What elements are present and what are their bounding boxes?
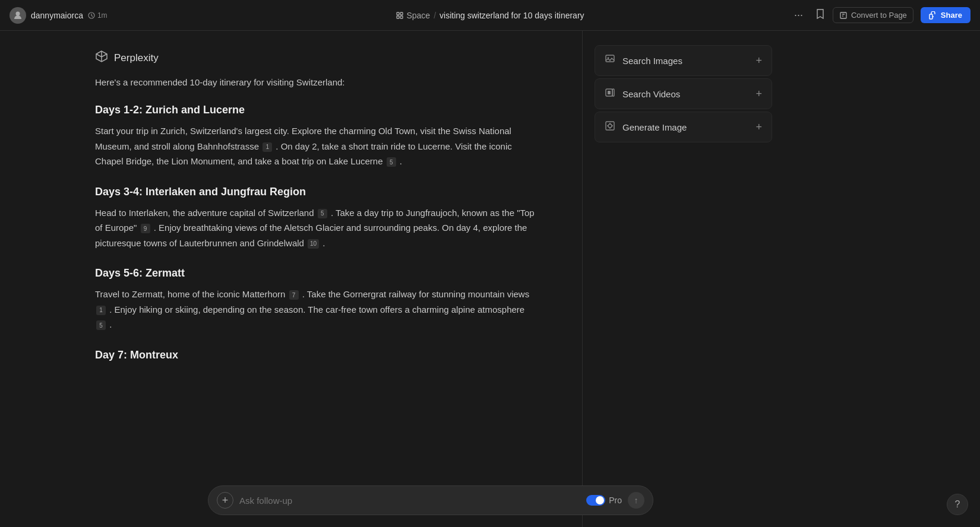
help-button[interactable]: ?: [947, 494, 968, 515]
perplexity-header: Perplexity: [95, 50, 535, 66]
svg-rect-11: [612, 89, 614, 96]
search-videos-icon: [605, 87, 615, 100]
svg-rect-12: [608, 91, 611, 94]
section-body-3: Travel to Zermatt, home of the iconic Ma…: [95, 287, 535, 332]
citation-5c[interactable]: 5: [96, 320, 106, 330]
svg-rect-7: [930, 14, 932, 19]
section-heading-1: Days 1-2: Zurich and Lucerne: [95, 104, 535, 116]
generate-image-button[interactable]: Generate Image +: [595, 112, 772, 142]
input-container: + Pro ↑: [208, 485, 653, 515]
intro-text: Here's a recommended 10-day itinerary fo…: [95, 75, 535, 90]
perplexity-label: Perplexity: [114, 52, 159, 64]
pro-label: Pro: [609, 496, 622, 505]
svg-rect-6: [840, 12, 846, 18]
bottom-bar: + Pro ↑: [95, 485, 766, 515]
svg-rect-4: [397, 16, 399, 18]
search-videos-button[interactable]: Search Videos +: [595, 78, 772, 109]
sidebar: Search Images + Search Videos +: [582, 31, 784, 527]
topbar: dannymaiorca 1m Space / visiting switzer…: [0, 0, 980, 31]
avatar: [10, 7, 26, 24]
svg-rect-3: [400, 12, 403, 15]
citation-9[interactable]: 9: [141, 224, 150, 233]
content-area: Perplexity Here's a recommended 10-day i…: [0, 31, 582, 527]
main-layout: Perplexity Here's a recommended 10-day i…: [0, 31, 980, 527]
username: dannymaiorca: [31, 11, 83, 20]
section-body-1: Start your trip in Zurich, Switzerland's…: [95, 123, 535, 169]
citation-5a[interactable]: 5: [387, 157, 396, 167]
space-link[interactable]: Space: [396, 11, 430, 20]
citation-5b[interactable]: 5: [318, 209, 327, 218]
search-images-icon: [605, 54, 615, 67]
svg-point-9: [608, 57, 609, 58]
doc-title: visiting switzerland for 10 days itinera…: [440, 11, 584, 20]
follow-up-input[interactable]: [239, 496, 580, 506]
topbar-left: dannymaiorca 1m: [10, 7, 330, 24]
section-body-2: Head to Interlaken, the adventure capita…: [95, 205, 535, 251]
timestamp: 1m: [88, 11, 108, 20]
generate-image-add-icon: +: [755, 121, 762, 134]
section-heading-3: Days 5-6: Zermatt: [95, 267, 535, 280]
svg-point-0: [16, 11, 20, 15]
citation-10[interactable]: 10: [308, 239, 319, 249]
search-images-label: Search Images: [622, 56, 682, 66]
section-heading-4: Day 7: Montreux: [95, 349, 535, 361]
section-heading-2: Days 3-4: Interlaken and Jungfrau Region: [95, 186, 535, 198]
send-button[interactable]: ↑: [628, 492, 644, 509]
more-options-button[interactable]: ···: [789, 7, 808, 24]
topbar-right: ··· Convert to Page Share: [650, 7, 970, 24]
pro-toggle: Pro: [586, 495, 622, 506]
perplexity-icon: [95, 50, 108, 66]
convert-to-page-button[interactable]: Convert to Page: [833, 7, 913, 23]
citation-1b[interactable]: 1: [96, 306, 106, 315]
topbar-center: Space / visiting switzerland for 10 days…: [330, 11, 650, 20]
svg-rect-2: [397, 12, 399, 15]
breadcrumb-separator: /: [434, 11, 436, 20]
search-videos-label: Search Videos: [622, 89, 680, 99]
pro-toggle-switch[interactable]: [586, 495, 605, 506]
search-videos-add-icon: +: [755, 88, 762, 100]
bookmark-button[interactable]: [815, 8, 826, 22]
share-button[interactable]: Share: [921, 7, 970, 23]
citation-7[interactable]: 7: [289, 290, 299, 300]
generate-image-label: Generate Image: [622, 122, 687, 132]
citation-1[interactable]: 1: [263, 142, 272, 152]
search-images-button[interactable]: Search Images +: [595, 45, 772, 76]
attach-button[interactable]: +: [217, 492, 233, 509]
svg-rect-5: [400, 16, 403, 18]
svg-point-14: [608, 124, 612, 128]
search-images-add-icon: +: [755, 55, 762, 67]
generate-image-icon: [605, 120, 615, 134]
